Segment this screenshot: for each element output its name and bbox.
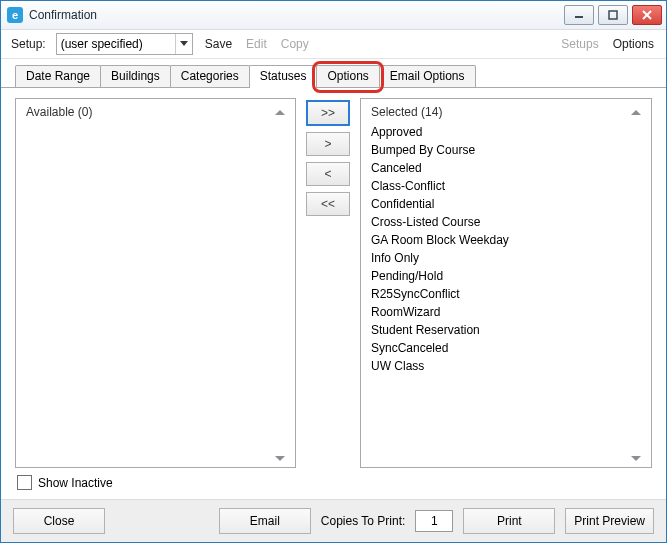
copy-button[interactable]: Copy — [279, 35, 311, 53]
move-right-button[interactable]: > — [306, 132, 350, 156]
show-inactive-label: Show Inactive — [38, 476, 113, 490]
show-inactive-row: Show Inactive — [17, 475, 113, 490]
selected-label: Selected (14) — [371, 105, 442, 119]
print-preview-button[interactable]: Print Preview — [565, 508, 654, 534]
tabstrip: Date Range Buildings Categories Statuses… — [1, 63, 666, 88]
available-label: Available (0) — [26, 105, 92, 119]
selected-list-body: ApprovedBumped By CourseCanceledClass-Co… — [361, 123, 651, 456]
list-item[interactable]: Info Only — [371, 249, 641, 267]
move-all-right-button[interactable]: >> — [306, 100, 350, 126]
svg-marker-4 — [180, 41, 188, 46]
list-item[interactable]: Approved — [371, 123, 641, 141]
toolbar: Setup: (user specified) Save Edit Copy S… — [1, 30, 666, 59]
svg-rect-1 — [609, 11, 617, 19]
window-title: Confirmation — [29, 8, 97, 22]
list-item[interactable]: RoomWizard — [371, 303, 641, 321]
setups-button[interactable]: Setups — [559, 35, 600, 53]
scroll-down-icon[interactable] — [631, 456, 641, 461]
selected-listbox[interactable]: Selected (14) ApprovedBumped By CourseCa… — [360, 98, 652, 468]
svg-line-2 — [643, 11, 651, 19]
list-item[interactable]: GA Room Block Weekday — [371, 231, 641, 249]
scroll-up-icon[interactable] — [275, 110, 285, 115]
show-inactive-checkbox[interactable] — [17, 475, 32, 490]
tab-content: Available (0) >> > < << Selected (14) — [1, 88, 666, 496]
print-button[interactable]: Print — [463, 508, 555, 534]
list-item[interactable]: Confidential — [371, 195, 641, 213]
close-window-button[interactable] — [632, 5, 662, 25]
tab-date-range[interactable]: Date Range — [15, 65, 101, 87]
tab-categories[interactable]: Categories — [170, 65, 250, 87]
tab-statuses[interactable]: Statuses — [249, 65, 318, 87]
options-button[interactable]: Options — [611, 35, 656, 53]
email-button[interactable]: Email — [219, 508, 311, 534]
titlebar: e Confirmation — [1, 1, 666, 30]
list-item[interactable]: Class-Conflict — [371, 177, 641, 195]
scroll-down-icon[interactable] — [275, 456, 285, 461]
maximize-button[interactable] — [598, 5, 628, 25]
copies-input[interactable]: 1 — [415, 510, 453, 532]
available-list-body — [16, 123, 295, 456]
close-button[interactable]: Close — [13, 508, 105, 534]
tab-email-options[interactable]: Email Options — [379, 65, 476, 87]
list-item[interactable]: Pending/Hold — [371, 267, 641, 285]
setup-select[interactable]: (user specified) — [56, 33, 193, 55]
move-all-left-button[interactable]: << — [306, 192, 350, 216]
list-item[interactable]: UW Class — [371, 357, 641, 375]
list-item[interactable]: Canceled — [371, 159, 641, 177]
setup-label: Setup: — [11, 37, 46, 51]
tab-buildings[interactable]: Buildings — [100, 65, 171, 87]
move-left-button[interactable]: < — [306, 162, 350, 186]
move-buttons: >> > < << — [306, 98, 350, 468]
app-icon: e — [7, 7, 23, 23]
setup-select-value: (user specified) — [57, 37, 175, 51]
list-item[interactable]: Student Reservation — [371, 321, 641, 339]
list-item[interactable]: R25SyncConflict — [371, 285, 641, 303]
scroll-up-icon[interactable] — [631, 110, 641, 115]
list-item[interactable]: SyncCanceled — [371, 339, 641, 357]
svg-line-3 — [643, 11, 651, 19]
footer: Close Email Copies To Print: 1 Print Pri… — [1, 499, 666, 542]
edit-button[interactable]: Edit — [244, 35, 269, 53]
save-button[interactable]: Save — [203, 35, 234, 53]
minimize-button[interactable] — [564, 5, 594, 25]
tab-options[interactable]: Options — [316, 65, 379, 87]
chevron-down-icon — [175, 34, 192, 54]
available-listbox[interactable]: Available (0) — [15, 98, 296, 468]
list-item[interactable]: Cross-Listed Course — [371, 213, 641, 231]
list-item[interactable]: Bumped By Course — [371, 141, 641, 159]
copies-label: Copies To Print: — [321, 514, 406, 528]
